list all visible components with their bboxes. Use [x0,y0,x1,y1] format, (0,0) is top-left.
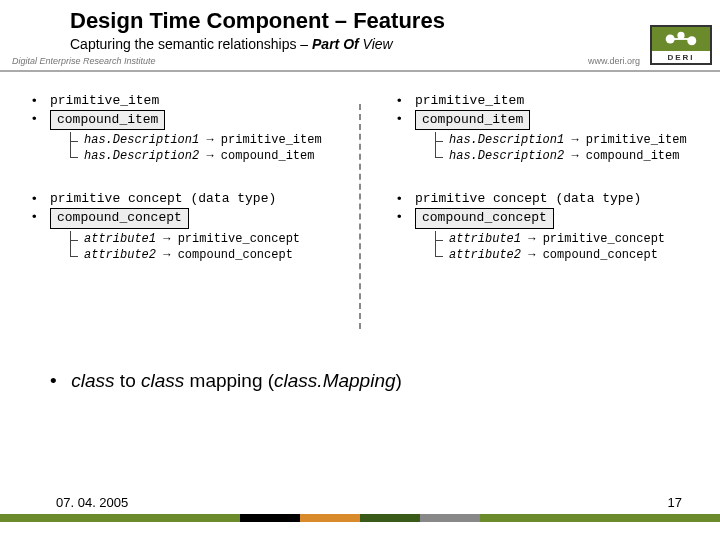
block-concepts-right: primitive concept (data type) compound_c… [397,190,702,262]
institute-name: Digital Enterprise Research Institute [0,56,588,66]
subtitle-suffix: View [359,36,393,52]
attr-name: attribute1 [449,232,521,246]
mapping-term: class.Mapping [274,370,395,391]
slide: Design Time Component – Features Capturi… [0,0,720,540]
compound-item-box: compound_item [415,110,530,131]
list-item: primitive_item [397,92,702,110]
tree-line: has.Description2 → compound_item [435,148,702,164]
slide-title: Design Time Component – Features [70,8,700,34]
arrow-icon: → [206,149,213,163]
attr-name: attribute1 [84,232,156,246]
tree-line: attribute1 → primitive_concept [435,231,702,247]
attr-target: primitive_concept [543,232,665,246]
attr-name: attribute2 [84,248,156,262]
tree: has.Description1 → primitive_item has.De… [70,132,337,164]
block-concepts-left: primitive concept (data type) compound_c… [32,190,337,262]
subtitle-prefix: Capturing the semantic relationships – [70,36,312,52]
footer-stripe [0,514,720,522]
tree: attribute1 → primitive_concept attribute… [435,231,702,263]
list-item: compound_concept attribute1 → primitive_… [397,208,702,263]
left-column: primitive_item compound_item has.Descrip… [0,92,355,412]
page-number: 17 [668,495,682,510]
stripe-green [0,514,240,522]
right-column: primitive_item compound_item has.Descrip… [365,92,720,412]
arrow-icon: → [528,232,535,246]
list-item: compound_item has.Description1 → primiti… [397,110,702,165]
mapping-close: ) [396,370,402,391]
attr-name: has.Description1 [84,133,199,147]
subtitle-bold-text: Part Of [312,36,359,52]
attr-name: has.Description2 [449,149,564,163]
topbar: Digital Enterprise Research Institute ww… [0,52,720,70]
list-item: primitive concept (data type) [32,190,337,208]
logo-graphic [652,27,710,51]
arrow-icon: → [206,133,213,147]
bullet-icon: • [50,370,66,392]
footer: 07. 04. 2005 17 [0,482,720,522]
attr-name: has.Description1 [449,133,564,147]
attr-name: has.Description2 [84,149,199,163]
mapping-word: mapping ( [184,370,274,391]
arrow-icon: → [571,133,578,147]
mapping-to: to [115,370,141,391]
list-item: compound_item has.Description1 → primiti… [32,110,337,165]
mapping-bullet: • class to class mapping (class.Mapping) [50,370,402,392]
slide-subtitle: Capturing the semantic relationships – P… [70,36,700,52]
attr-target: compound_concept [543,248,658,262]
tree-line: attribute2 → compound_concept [435,247,702,263]
tree: has.Description1 → primitive_item has.De… [435,132,702,164]
arrow-icon: → [571,149,578,163]
stripe-seg [420,514,480,522]
logo-text: DERI [652,51,710,63]
tree: attribute1 → primitive_concept attribute… [70,231,337,263]
attr-name: attribute2 [449,248,521,262]
stripe-seg [360,514,420,522]
block-items-right: primitive_item compound_item has.Descrip… [397,92,702,164]
arrow-icon: → [163,248,170,262]
tree-line: has.Description1 → primitive_item [435,132,702,148]
attr-target: compound_concept [178,248,293,262]
primitive-concept-label: primitive concept (data type) [50,191,276,206]
tree-line: has.Description2 → compound_item [70,148,337,164]
list-item: compound_concept attribute1 → primitive_… [32,208,337,263]
content: primitive_item compound_item has.Descrip… [0,92,720,412]
attr-target: primitive_item [586,133,687,147]
tree-line: attribute1 → primitive_concept [70,231,337,247]
stripe-green [480,514,720,522]
deri-logo: DERI [650,25,712,65]
arrow-icon: → [163,232,170,246]
primitive-item-label: primitive_item [415,93,524,108]
svg-rect-3 [670,38,692,40]
block-items-left: primitive_item compound_item has.Descrip… [32,92,337,164]
divider [0,70,720,72]
mapping-class-a: class [71,370,114,391]
footer-date: 07. 04. 2005 [56,495,128,510]
svg-point-2 [687,36,696,45]
tree-line: has.Description1 → primitive_item [70,132,337,148]
subtitle-partof: Part Of [312,36,359,52]
compound-item-box: compound_item [50,110,165,131]
site-url: www.deri.org [588,56,650,66]
vertical-divider [359,104,361,329]
arrow-icon: → [528,248,535,262]
attr-target: compound_item [586,149,680,163]
list-item: primitive concept (data type) [397,190,702,208]
primitive-item-label: primitive_item [50,93,159,108]
primitive-concept-label: primitive concept (data type) [415,191,641,206]
mapping-class-b: class [141,370,184,391]
stripe-seg [300,514,360,522]
attr-target: compound_item [221,149,315,163]
stripe-seg [240,514,300,522]
compound-concept-box: compound_concept [50,208,189,229]
svg-point-1 [677,32,684,39]
tree-line: attribute2 → compound_concept [70,247,337,263]
attr-target: primitive_item [221,133,322,147]
header: Design Time Component – Features Capturi… [0,0,720,54]
compound-concept-box: compound_concept [415,208,554,229]
list-item: primitive_item [32,92,337,110]
attr-target: primitive_concept [178,232,300,246]
